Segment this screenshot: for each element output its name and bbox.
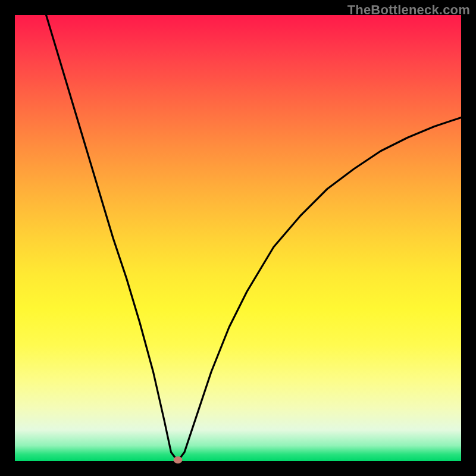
optimal-point-marker <box>173 456 182 464</box>
chart-plot-area <box>15 15 461 461</box>
curve-path <box>46 15 462 461</box>
bottleneck-curve <box>15 15 461 461</box>
watermark-text: TheBottleneck.com <box>347 2 470 18</box>
